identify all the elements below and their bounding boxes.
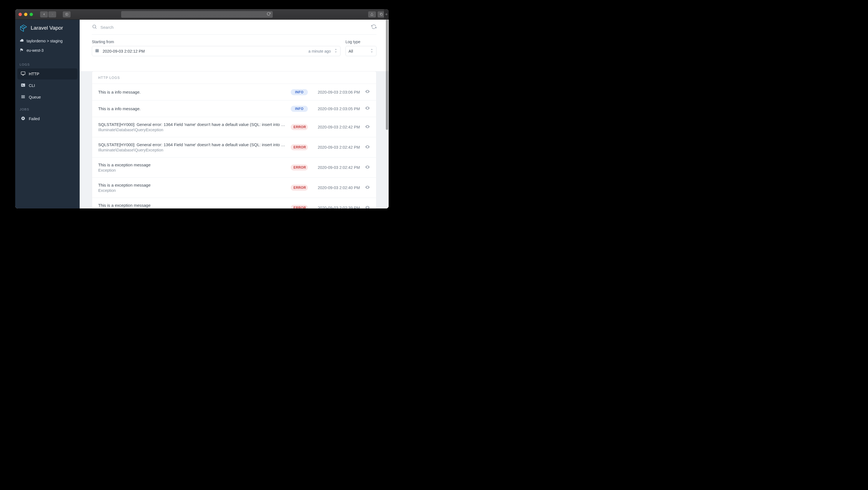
starting-from-relative: a minute ago: [308, 49, 331, 53]
group-label-logs: LOGS: [15, 58, 80, 68]
sidebar: Laravel Vapor taylordemo > staging eu-we…: [15, 20, 80, 208]
starting-from-label: Starting from: [92, 39, 341, 44]
svg-point-26: [367, 186, 368, 188]
new-tab-button[interactable]: +: [384, 9, 389, 19]
starting-from-input[interactable]: 2020-09-03 2:02:12 PM a minute ago: [92, 46, 341, 56]
log-row[interactable]: This is a exception messageExceptionERRO…: [92, 198, 376, 208]
svg-rect-0: [66, 13, 68, 15]
view-log-button[interactable]: [365, 106, 370, 112]
back-button[interactable]: [40, 11, 48, 18]
panel-title: HTTP LOGS: [92, 71, 376, 84]
starting-from-value: 2020-09-03 2:02:12 PM: [103, 49, 305, 53]
svg-rect-7: [21, 84, 25, 87]
view-log-button[interactable]: [365, 89, 370, 95]
svg-point-25: [367, 166, 368, 167]
cloud-icon: [20, 38, 24, 44]
sidebar-item-label: CLI: [29, 83, 35, 88]
sidebar-item-label: Queue: [29, 95, 41, 99]
sidebar-item-http[interactable]: HTTP: [18, 68, 78, 80]
log-timestamp: 2020-09-03 2:03:05 PM: [313, 107, 360, 111]
logtype-select[interactable]: All: [345, 46, 376, 56]
log-level-badge: INFO: [291, 89, 308, 95]
project-breadcrumb[interactable]: taylordemo > staging: [15, 36, 80, 46]
sidebar-item-cli[interactable]: CLI: [18, 80, 78, 91]
log-level-badge: ERROR: [291, 205, 308, 208]
refresh-button[interactable]: [371, 24, 376, 30]
log-message: This is a info message.: [98, 106, 286, 111]
log-message: This is a exception message: [98, 203, 286, 208]
logtype-value: All: [348, 49, 353, 53]
log-row[interactable]: This is a info message.INFO2020-09-03 2:…: [92, 100, 376, 117]
share-button[interactable]: [368, 11, 376, 18]
svg-line-16: [95, 28, 96, 29]
log-message: This is a exception message: [98, 163, 286, 167]
sidebar-item-label: Failed: [29, 117, 40, 121]
main-content: Starting from 2020-09-03 2:02:12 PM a mi…: [80, 20, 389, 208]
search-icon: [92, 24, 97, 30]
svg-rect-10: [21, 96, 25, 97]
minimize-window-button[interactable]: [24, 13, 27, 16]
log-level-badge: ERROR: [291, 185, 308, 191]
log-timestamp: 2020-09-03 2:02:42 PM: [313, 125, 360, 129]
brand[interactable]: Laravel Vapor: [15, 20, 80, 36]
svg-point-15: [93, 25, 96, 28]
log-row[interactable]: SQLSTATE[HY000]: General error: 1364 Fie…: [92, 117, 376, 137]
monitor-icon: [21, 71, 26, 77]
flag-icon: [20, 48, 24, 53]
scrollbar[interactable]: [386, 20, 388, 208]
view-log-button[interactable]: [365, 185, 370, 191]
svg-rect-18: [95, 49, 99, 50]
calendar-icon: [95, 49, 99, 54]
view-log-button[interactable]: [365, 205, 370, 209]
sidebar-toggle-button[interactable]: [63, 11, 70, 18]
x-circle-icon: [21, 116, 26, 121]
svg-rect-9: [21, 95, 25, 96]
svg-point-23: [367, 126, 368, 127]
log-timestamp: 2020-09-03 2:02:40 PM: [313, 185, 360, 190]
log-row[interactable]: This is a exception messageExceptionERRO…: [92, 157, 376, 177]
browser-window: + Laravel Vapor taylordemo > staging eu-…: [15, 9, 389, 208]
maximize-window-button[interactable]: [30, 13, 33, 16]
svg-point-22: [367, 108, 368, 109]
log-exception-class: Exception: [98, 188, 286, 193]
log-exception-class: Illuminate\Database\QueryException: [98, 127, 286, 132]
log-level-badge: ERROR: [291, 144, 308, 150]
view-log-button[interactable]: [365, 165, 370, 171]
svg-point-27: [367, 207, 368, 208]
log-row[interactable]: SQLSTATE[HY000]: General error: 1364 Fie…: [92, 137, 376, 157]
logtype-label: Log type: [345, 39, 376, 44]
sidebar-item-failed[interactable]: Failed: [18, 113, 78, 124]
log-timestamp: 2020-09-03 2:02:39 PM: [313, 206, 360, 208]
log-level-badge: ERROR: [291, 124, 308, 130]
log-timestamp: 2020-09-03 2:03:06 PM: [313, 90, 360, 94]
log-level-badge: INFO: [291, 106, 308, 112]
svg-point-24: [367, 146, 368, 147]
address-bar[interactable]: [121, 11, 273, 18]
reload-icon[interactable]: [267, 12, 271, 17]
log-message: This is a info message.: [98, 90, 286, 94]
view-log-button[interactable]: [365, 144, 370, 151]
log-level-badge: ERROR: [291, 165, 308, 171]
view-log-button[interactable]: [365, 124, 370, 131]
log-timestamp: 2020-09-03 2:02:42 PM: [313, 165, 360, 170]
titlebar: +: [15, 9, 389, 20]
chevron-updown-icon: [334, 49, 338, 54]
log-row[interactable]: This is a exception messageExceptionERRO…: [92, 177, 376, 198]
log-row[interactable]: This is a info message.INFO2020-09-03 2:…: [92, 84, 376, 100]
close-window-button[interactable]: [19, 13, 22, 16]
region-row[interactable]: eu-west-3: [15, 46, 80, 55]
http-logs-panel: HTTP LOGS This is a info message.INFO202…: [92, 71, 376, 208]
svg-point-21: [367, 91, 368, 92]
project-breadcrumb-text: taylordemo > staging: [27, 39, 63, 43]
log-timestamp: 2020-09-03 2:02:42 PM: [313, 145, 360, 149]
sidebar-item-queue[interactable]: Queue: [18, 92, 78, 103]
svg-rect-4: [21, 72, 25, 75]
search-input[interactable]: [100, 25, 368, 30]
log-exception-class: Exception: [98, 168, 286, 172]
svg-rect-3: [381, 13, 382, 15]
forward-button[interactable]: [49, 11, 56, 18]
logo-icon: [20, 24, 27, 32]
stack-icon: [21, 94, 26, 100]
log-message: SQLSTATE[HY000]: General error: 1364 Fie…: [98, 142, 286, 147]
brand-name: Laravel Vapor: [31, 25, 63, 31]
